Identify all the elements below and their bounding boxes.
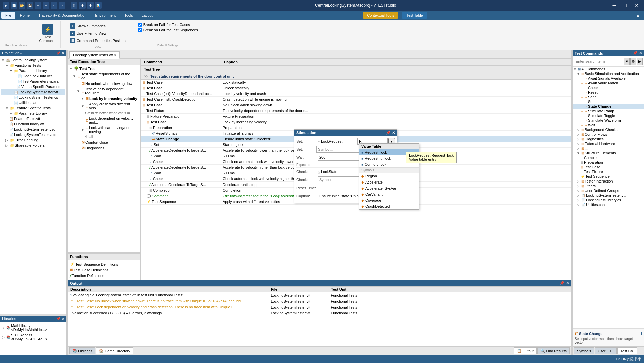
- tab-libraries[interactable]: 📚 Libraries: [69, 347, 95, 354]
- tab-symbols[interactable]: Symbols: [574, 347, 594, 354]
- tab-output[interactable]: 📋 Output: [514, 347, 537, 354]
- expand-icon[interactable]: ▷: [577, 203, 581, 207]
- pv-pin-btn[interactable]: 📌: [56, 51, 60, 55]
- func-seq-def[interactable]: ⚡ Test Sequence Definitions: [69, 261, 138, 267]
- tree-item-functionlibrary[interactable]: 📋 FunctionLibrary.vtt: [1, 121, 65, 127]
- exec-lock-increasing[interactable]: ▼ ⊞ Lock by increasing velocity: [69, 96, 139, 101]
- cmd-set[interactable]: →→ Set: [573, 99, 644, 104]
- expand-icon[interactable]: ▼: [5, 64, 9, 67]
- output-pin-btn[interactable]: 📌: [560, 281, 565, 285]
- expand-icon[interactable]: ▷: [577, 128, 581, 132]
- stim-close-btn[interactable]: ✕: [392, 131, 395, 135]
- expand-icon[interactable]: ▼: [77, 89, 80, 93]
- menu-traceability[interactable]: Traceability & Documentation: [34, 12, 90, 19]
- tree-item-lsvstd[interactable]: 📄 LockingSystemTester.vstd: [1, 132, 65, 137]
- ribbon-collapse[interactable]: ▲: [633, 12, 643, 18]
- show-summaries-btn[interactable]: ≡ Show Summaries: [69, 23, 127, 29]
- expand-icon[interactable]: ▼: [81, 97, 85, 100]
- cmd-stimulate-ramp[interactable]: →→ Stimulate Ramp: [573, 109, 644, 113]
- table-row[interactable]: ⊞ Test Case Lock by increasing velocity: [141, 119, 571, 125]
- search-dropdown-btn[interactable]: ▼: [624, 58, 630, 65]
- cmd-check[interactable]: →→ Check: [573, 85, 644, 90]
- table-row[interactable]: ⊞ Fixture Preparation Fixture Preparatio…: [141, 114, 571, 119]
- expand-icon[interactable]: ▷: [577, 184, 581, 188]
- cmd-all-commands[interactable]: ▼ ⊞ All Commands: [573, 67, 644, 71]
- expand-icon[interactable]: ▷: [577, 147, 581, 150]
- func-case-def[interactable]: ⊞ Test Case Definitions: [69, 267, 138, 273]
- cmd-stimulate-toggle[interactable]: →→ Stimulate Toggle: [573, 113, 644, 118]
- command-properties-btn[interactable]: ☰ Command Properties Position: [69, 37, 127, 44]
- cmd-await-value[interactable]: →→ Await Value Match: [573, 81, 644, 85]
- exec-static-req[interactable]: ▼ ⊞ Test static requirements of the do..…: [69, 71, 139, 81]
- table-row[interactable]: ⊞ Test Case Lock statically: [141, 80, 571, 85]
- cmd-stimulate-waveform[interactable]: →→ Stimulate Waveform: [573, 118, 644, 123]
- back-icon[interactable]: ←: [51, 2, 57, 9]
- search-options-btn[interactable]: ⚙: [630, 58, 636, 65]
- test-commands-button[interactable]: ⚡ TestCommands: [38, 23, 58, 44]
- redo-icon[interactable]: ↪: [43, 2, 49, 9]
- lib-mathlib[interactable]: ▷ 📚 MathLibrary <D:\MyLib\MathLib...>: [1, 323, 65, 332]
- cmd-structure-elements[interactable]: ▼ ⊞ Structure Elements: [573, 151, 644, 155]
- tool1-icon[interactable]: ⚙: [71, 2, 77, 9]
- lib-close-btn[interactable]: ✕: [62, 317, 64, 321]
- close-button[interactable]: ✕: [632, 2, 641, 9]
- use-filtering-btn[interactable]: ▼ Use Filtering View: [69, 30, 127, 37]
- break-cases-input[interactable]: [138, 23, 142, 27]
- menu-test-table[interactable]: Test Table: [402, 12, 427, 19]
- exec-lock-dependent[interactable]: ⊠ Lock dependent on velocity and...: [69, 116, 139, 125]
- break-seqs-input[interactable]: [138, 28, 142, 32]
- expand-icon[interactable]: ▷: [577, 133, 581, 136]
- func-fn-def[interactable]: 𝑓 Function Definitions: [69, 273, 138, 278]
- tree-item-testparams[interactable]: ▷ 📄 TestParameters.vparam: [1, 79, 65, 84]
- tab-close-btn[interactable]: ×: [114, 53, 116, 57]
- table-row[interactable]: ⊞ Test Case [list]: VelocityDependantLoc…: [141, 91, 571, 97]
- cmd-test-sequence[interactable]: ⚡ Test Sequence: [573, 174, 644, 179]
- expand-icon[interactable]: ▼: [81, 128, 85, 132]
- fwd-icon[interactable]: →: [59, 2, 65, 9]
- tree-item-featuretests[interactable]: 📋 FeatureTests.vtt: [1, 116, 65, 121]
- expand-icon[interactable]: ▼: [9, 69, 13, 73]
- tab-find-results[interactable]: 🔍 Find Results: [537, 347, 570, 354]
- expand-icon[interactable]: ▷: [577, 142, 581, 146]
- expand-icon[interactable]: ▷: [2, 326, 6, 330]
- tab-locking-system[interactable]: LockingSystemTester.vtt ×: [69, 51, 120, 59]
- tool3-icon[interactable]: ⚙: [87, 2, 94, 9]
- tool4-icon[interactable]: 📊: [95, 2, 102, 9]
- new-icon[interactable]: 📄: [11, 2, 17, 9]
- cmd-basic-stim[interactable]: ▼ ⊞ Basic Stimulation and Verification: [573, 71, 644, 76]
- tree-item-error-handling[interactable]: ▷ 📁 Error Handling: [1, 137, 65, 143]
- exec-test-velocity[interactable]: ▼ ⊞ Test velocity dependent requirem...: [69, 86, 139, 96]
- expand-icon[interactable]: ▼: [1, 58, 5, 62]
- exec-diagnostics[interactable]: ⊠ Diagnostics: [69, 145, 139, 151]
- cmd-reset[interactable]: →→ Reset: [573, 90, 644, 95]
- table-row[interactable]: ⊞ Test Case [list]: CrashDetection Crash…: [141, 97, 571, 102]
- tree-item-functional[interactable]: ▼ 📁 Functional Tests: [1, 63, 65, 68]
- cmd-others[interactable]: ▷ ⊞ Others: [573, 184, 644, 188]
- table-row[interactable]: ⊞ Test Case No unlock when slowing down: [141, 102, 571, 108]
- cmd-completion[interactable]: ⊞ Completion: [573, 155, 644, 160]
- tree-item-lockingsystem-cs[interactable]: ▷ 📄 LockingSystemTester.cs: [1, 95, 65, 100]
- expand-icon[interactable]: ▼: [9, 112, 13, 115]
- menu-layout[interactable]: Layout: [138, 12, 157, 19]
- tc-pin-btn[interactable]: 📌: [633, 51, 638, 55]
- cmd-control-flows[interactable]: ▷ ⊞ Control Flows: [573, 132, 644, 137]
- exec-lock-car[interactable]: ▼ ⊞ Lock with car moving/not moving: [69, 125, 139, 134]
- cmd-locking-vtt[interactable]: ▷ 📋 LockingSystemTester.vtt: [573, 193, 644, 198]
- maximize-button[interactable]: □: [621, 2, 629, 9]
- dropdown-symbol-carvariant[interactable]: ◆ CarVariant: [359, 191, 419, 197]
- expand-icon[interactable]: ▷: [577, 194, 581, 197]
- cmd-test-case[interactable]: ⊞ Test Case: [573, 165, 644, 169]
- cmd-background-checks[interactable]: ▷ ⊞ Background Checks: [573, 127, 644, 132]
- pv-close-btn[interactable]: ✕: [62, 51, 64, 55]
- tree-item-feature-specific[interactable]: ▼ 📁 Feature Specific Tests: [1, 105, 65, 111]
- menu-home[interactable]: Home: [16, 12, 34, 19]
- search-go-btn[interactable]: ▶: [637, 58, 643, 65]
- cmd-state-change[interactable]: →→ State Change: [573, 104, 644, 109]
- table-row[interactable]: ⊞ Test Fixture Test velocity dependent r…: [141, 108, 571, 114]
- expand-icon[interactable]: ▼: [573, 67, 577, 71]
- cmd-locking-cs[interactable]: ▷ 📄 LockingTestLibrary.cs: [573, 198, 644, 202]
- expand-icon[interactable]: ▷: [577, 189, 581, 193]
- exec-comfort-close[interactable]: ⊠ Comfort close: [69, 139, 139, 145]
- menu-tools[interactable]: Tools: [120, 12, 137, 19]
- contextual-tab[interactable]: Contextual Tools: [363, 12, 398, 19]
